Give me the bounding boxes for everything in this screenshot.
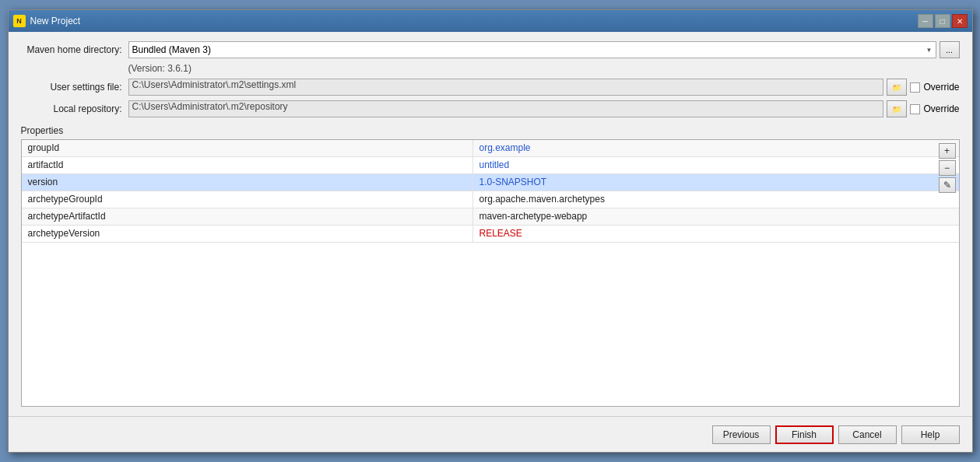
help-button[interactable]: Help — [901, 425, 960, 444]
properties-side-buttons: + − ✎ — [936, 140, 959, 196]
maven-version-text: (Version: 3.6.1) — [21, 63, 960, 74]
close-button[interactable]: ✕ — [952, 14, 968, 28]
prop-value: org.example — [473, 140, 959, 156]
override1-check-group: Override — [910, 82, 959, 93]
local-repo-label: Local repository: — [21, 103, 122, 114]
table-row: version 1.0-SNAPSHOT — [22, 174, 959, 191]
user-settings-input-group: C:\Users\Administrator\.m2\settings.xml … — [128, 79, 960, 96]
edit-property-button[interactable]: ✎ — [939, 177, 956, 193]
title-bar: N New Project ─ □ ✕ — [9, 10, 972, 32]
override2-check-group: Override — [910, 103, 959, 114]
window-controls: ─ □ ✕ — [918, 14, 968, 28]
local-repo-row: Local repository: C:\Users\Administrator… — [21, 100, 960, 117]
folder-icon: 📁 — [892, 83, 901, 92]
new-project-dialog: N New Project ─ □ ✕ Maven home directory… — [8, 9, 973, 453]
prop-value: 1.0-SNAPSHOT — [473, 174, 959, 191]
prop-name: archetypeArtifactId — [22, 208, 473, 225]
minimize-button[interactable]: ─ — [918, 14, 933, 28]
window-title: New Project — [30, 16, 81, 26]
dialog-body: Maven home directory: Bundled (Maven 3) … — [9, 32, 972, 416]
prop-value: maven-archetype-webapp — [473, 208, 959, 225]
user-settings-browse-button[interactable]: 📁 — [887, 79, 907, 96]
prop-name: groupId — [22, 140, 473, 156]
previous-button[interactable]: Previous — [712, 425, 771, 444]
cancel-button[interactable]: Cancel — [838, 425, 897, 444]
table-row: groupId org.example — [22, 140, 959, 157]
maven-home-input-group: Bundled (Maven 3) ▼ ... — [128, 41, 960, 58]
prop-name: archetypeGroupId — [22, 191, 473, 208]
folder-icon: 📁 — [892, 105, 901, 114]
combo-arrow-icon: ▼ — [926, 47, 933, 54]
app-icon: N — [13, 15, 26, 27]
title-bar-left: N New Project — [13, 15, 81, 27]
finish-button[interactable]: Finish — [775, 425, 834, 444]
user-settings-row: User settings file: C:\Users\Administrat… — [21, 79, 960, 96]
table-row: archetypeArtifactId maven-archetype-weba… — [22, 208, 959, 226]
properties-container: groupId org.example artifactId untitled … — [21, 139, 960, 407]
dialog-footer: Previous Finish Cancel Help — [9, 416, 972, 452]
props-inner: groupId org.example artifactId untitled … — [22, 140, 959, 406]
maven-home-browse-button[interactable]: ... — [940, 41, 960, 58]
properties-section-label: Properties — [21, 125, 960, 136]
user-settings-input[interactable]: C:\Users\Administrator\.m2\settings.xml — [128, 79, 884, 96]
local-repo-input-group: C:\Users\Administrator\.m2\repository 📁 … — [128, 100, 960, 117]
properties-table: groupId org.example artifactId untitled … — [22, 140, 959, 406]
maven-home-label: Maven home directory: — [21, 44, 122, 55]
maven-home-row: Maven home directory: Bundled (Maven 3) … — [21, 41, 960, 58]
override1-label: Override — [923, 82, 959, 93]
add-property-button[interactable]: + — [939, 143, 956, 159]
properties-wrapper: groupId org.example artifactId untitled … — [22, 140, 959, 406]
prop-name: version — [22, 174, 473, 191]
prop-value: RELEASE — [473, 226, 959, 242]
local-repo-browse-button[interactable]: 📁 — [887, 100, 907, 117]
properties-section: Properties groupId org.example artifa — [21, 125, 960, 407]
prop-name: archetypeVersion — [22, 226, 473, 242]
maximize-button[interactable]: □ — [935, 14, 950, 28]
table-row: archetypeGroupId org.apache.maven.archet… — [22, 191, 959, 208]
user-settings-label: User settings file: — [21, 82, 122, 93]
maven-home-combo[interactable]: Bundled (Maven 3) ▼ — [128, 41, 936, 58]
prop-name: artifactId — [22, 157, 473, 173]
override2-label: Override — [923, 103, 959, 114]
override2-checkbox[interactable] — [910, 104, 920, 114]
prop-value: untitled — [473, 157, 959, 173]
remove-property-button[interactable]: − — [939, 160, 956, 176]
prop-value: org.apache.maven.archetypes — [473, 191, 959, 208]
table-row: archetypeVersion RELEASE — [22, 226, 959, 243]
override1-checkbox[interactable] — [910, 82, 920, 93]
local-repo-input[interactable]: C:\Users\Administrator\.m2\repository — [128, 100, 884, 117]
table-row: artifactId untitled — [22, 157, 959, 174]
